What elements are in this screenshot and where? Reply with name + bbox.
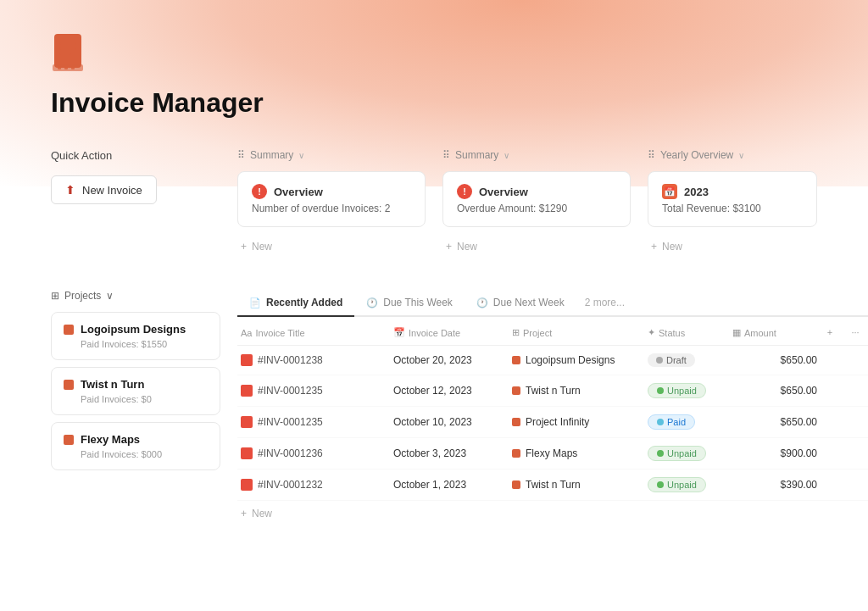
- table-section: 📄 Recently Added 🕐 Due This Week 🕐 Due N…: [237, 290, 868, 526]
- tab-recently-added[interactable]: 📄 Recently Added: [237, 290, 354, 317]
- project-card[interactable]: Twist n Turn Paid Invoices: $0: [51, 367, 220, 415]
- invoice-date: October 3, 2023: [393, 447, 512, 459]
- app-icon: [51, 34, 817, 74]
- project-meta: Paid Invoices: $000: [64, 449, 208, 459]
- invoice-icon: [241, 479, 253, 491]
- chevron-down-icon: ∨: [298, 151, 304, 160]
- summary-right-card-title: Overview: [479, 186, 528, 198]
- svg-rect-6: [64, 66, 68, 69]
- yearly-section: ⠿ Yearly Overview ∨ 📅 2023 Total Revenue…: [648, 149, 817, 259]
- project-meta: Paid Invoices: $1550: [64, 339, 208, 349]
- table-row[interactable]: #INV-0001235 October 12, 2023 Twist n Tu…: [237, 375, 868, 407]
- project-dot: [64, 435, 74, 445]
- tabs-row: 📄 Recently Added 🕐 Due This Week 🕐 Due N…: [237, 290, 868, 317]
- calendar-icon: 📅: [662, 184, 677, 199]
- project-card[interactable]: Flexy Maps Paid Invoices: $000: [51, 422, 220, 470]
- status-dot: [657, 481, 664, 488]
- summary-grid: Quick Action ⬆ New Invoice ⠿ Summary ∨ !…: [51, 149, 817, 259]
- invoice-status: Unpaid: [648, 477, 732, 492]
- summary-right-section: ⠿ Summary ∨ ! Overview Overdue Amount: $…: [442, 149, 631, 259]
- tab-due-next-week[interactable]: 🕐 Due Next Week: [465, 290, 576, 317]
- project-dot-small: [512, 480, 520, 489]
- status-badge: Paid: [648, 414, 695, 430]
- invoice-status: Unpaid: [648, 383, 732, 398]
- summary-left-add[interactable]: + New: [237, 234, 426, 259]
- invoice-date: October 10, 2023: [393, 416, 512, 428]
- chevron-down-icon: ∨: [738, 151, 744, 160]
- table-row[interactable]: #INV-0001238 October 20, 2023 Logoipsum …: [237, 346, 868, 375]
- status-dot: [657, 387, 664, 394]
- table-row[interactable]: #INV-0001232 October 1, 2023 Twist n Tur…: [237, 469, 868, 501]
- page-title: Invoice Manager: [51, 87, 817, 119]
- document-icon: 📄: [249, 297, 261, 308]
- quick-action-section: Quick Action ⬆ New Invoice: [51, 149, 220, 259]
- invoice-date: October 1, 2023: [393, 479, 512, 491]
- table-row[interactable]: #INV-0001236 October 3, 2023 Flexy Maps …: [237, 438, 868, 469]
- project-dot-small: [512, 386, 520, 395]
- new-invoice-label: New Invoice: [82, 184, 142, 197]
- alert-icon: !: [457, 184, 472, 199]
- projects-section: ⊞ Projects ∨ Logoipsum Designs Paid Invo…: [51, 290, 220, 526]
- invoice-amount: $650.00: [732, 354, 817, 366]
- project-name: Logoipsum Designs: [81, 323, 186, 336]
- svg-rect-5: [58, 66, 61, 69]
- col-add[interactable]: +: [817, 327, 843, 338]
- project-name: Twist n Turn: [81, 378, 144, 391]
- invoice-date: October 12, 2023: [393, 385, 512, 397]
- invoice-amount: $650.00: [732, 416, 817, 428]
- quick-action-label: Quick Action: [51, 149, 220, 162]
- project-dot: [64, 380, 74, 390]
- status-badge: Unpaid: [648, 477, 706, 492]
- status-badge: Unpaid: [648, 446, 706, 461]
- project-dot: [64, 325, 74, 335]
- invoice-status: Draft: [648, 353, 732, 367]
- project-dot-small: [512, 418, 520, 426]
- yearly-label: ⠿ Yearly Overview ∨: [648, 149, 817, 161]
- table-body: #INV-0001238 October 20, 2023 Logoipsum …: [237, 346, 868, 501]
- col-amount: ▦ Amount: [732, 327, 817, 338]
- svg-rect-2: [59, 47, 76, 50]
- invoice-status: Paid: [648, 414, 732, 430]
- yearly-add[interactable]: + New: [648, 234, 817, 259]
- invoice-id: #INV-0001236: [241, 447, 393, 459]
- invoice-status: Unpaid: [648, 446, 732, 461]
- invoice-amount: $390.00: [732, 479, 817, 491]
- invoice-project: Twist n Turn: [512, 385, 648, 397]
- invoice-project: Project Infinity: [512, 416, 648, 428]
- col-invoice-title: Aa Invoice Title: [241, 327, 393, 338]
- summary-right-add[interactable]: + New: [442, 234, 631, 259]
- invoice-id: #INV-0001235: [241, 416, 393, 428]
- projects-list: Logoipsum Designs Paid Invoices: $1550 T…: [51, 312, 220, 470]
- summary-right-card: ! Overview Overdue Amount: $1290: [442, 171, 631, 227]
- summary-right-card-value: Overdue Amount: $1290: [457, 203, 616, 214]
- summary-left-label: ⠿ Summary ∨: [237, 149, 426, 161]
- status-dot: [657, 450, 664, 457]
- clock-icon: 🕐: [366, 297, 378, 308]
- yearly-card-title: 2023: [684, 186, 709, 198]
- tab-more[interactable]: 2 more...: [576, 290, 633, 317]
- svg-rect-3: [59, 53, 71, 55]
- project-meta: Paid Invoices: $0: [64, 394, 208, 404]
- invoice-icon: [241, 447, 253, 459]
- project-dot-small: [512, 356, 520, 364]
- invoice-project: Logoipsum Designs: [512, 354, 648, 366]
- project-card[interactable]: Logoipsum Designs Paid Invoices: $1550: [51, 312, 220, 360]
- col-project: ⊞ Project: [512, 327, 648, 338]
- summary-left-card: ! Overview Number of overdue Invoices: 2: [237, 171, 426, 227]
- chevron-down-icon: ∨: [504, 151, 509, 160]
- new-invoice-button[interactable]: ⬆ New Invoice: [51, 175, 157, 204]
- cursor-icon: ⬆: [65, 183, 75, 197]
- tab-due-this-week[interactable]: 🕐 Due This Week: [354, 290, 465, 317]
- clock-icon: 🕐: [476, 297, 488, 308]
- invoice-icon: [241, 416, 253, 428]
- project-dot-small: [512, 449, 520, 458]
- bottom-grid: ⊞ Projects ∨ Logoipsum Designs Paid Invo…: [51, 290, 817, 526]
- summary-left-card-title: Overview: [274, 186, 323, 198]
- invoice-id: #INV-0001238: [241, 354, 393, 366]
- table-row[interactable]: #INV-0001235 October 10, 2023 Project In…: [237, 407, 868, 438]
- invoice-amount: $900.00: [732, 447, 817, 459]
- invoice-id: #INV-0001235: [241, 385, 393, 397]
- col-more[interactable]: ···: [843, 327, 868, 338]
- table-add-row[interactable]: + New: [237, 501, 868, 526]
- yearly-card-value: Total Revenue: $3100: [662, 203, 803, 214]
